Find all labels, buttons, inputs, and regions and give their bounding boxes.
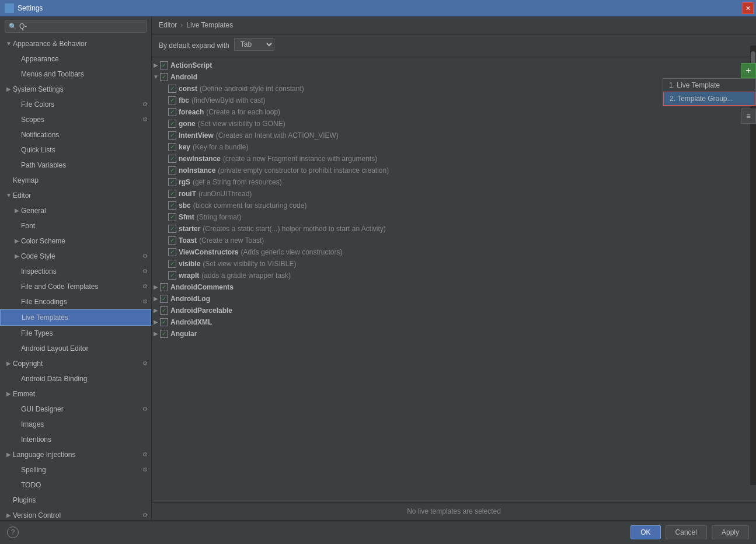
tpl-item-viewconstructors[interactable]: ViewConstructors (Adds generic view cons…: [152, 246, 741, 258]
tpl-checkbox[interactable]: [160, 61, 168, 69]
tpl-checkbox[interactable]: [160, 318, 168, 326]
sidebar-item-file-types[interactable]: File Types: [0, 326, 151, 341]
sidebar-item-notifications[interactable]: Notifications: [0, 127, 151, 142]
apply-button[interactable]: Apply: [712, 525, 749, 539]
sidebar-item-appearance[interactable]: Appearance: [0, 51, 151, 67]
sidebar-item-inspections[interactable]: Inspections ⚙: [0, 264, 151, 279]
ok-button[interactable]: OK: [630, 525, 660, 539]
cancel-button[interactable]: Cancel: [666, 525, 707, 539]
expand-select[interactable]: Tab Enter Space: [234, 38, 274, 51]
search-box[interactable]: 🔍: [5, 20, 147, 33]
tpl-item-const[interactable]: const (Define android style int constant…: [152, 83, 741, 95]
tpl-item-noinstance[interactable]: noInstance (private empty constructor to…: [152, 165, 741, 176]
sidebar-item-menus-toolbars[interactable]: Menus and Toolbars: [0, 67, 151, 82]
sidebar-item-color-scheme[interactable]: Color Scheme: [0, 233, 151, 249]
tpl-item-rouit[interactable]: rouiT (runOnUIThread): [152, 188, 741, 200]
tpl-name: noInstance: [179, 165, 215, 176]
tpl-item-rgs[interactable]: rgS (get a String from resources): [152, 176, 741, 188]
sidebar-item-plugins[interactable]: Plugins: [0, 493, 151, 508]
tpl-checkbox[interactable]: [168, 166, 176, 175]
tpl-item-starter[interactable]: starter (Creates a static start(...) hel…: [152, 223, 741, 235]
tpl-item-foreach[interactable]: foreach (Create a for each loop): [152, 106, 741, 118]
sidebar-item-todo[interactable]: TODO: [0, 477, 151, 493]
tpl-group-androidcomments[interactable]: AndroidComments: [152, 281, 741, 293]
sidebar-item-keymap[interactable]: Keymap: [0, 173, 151, 188]
tpl-checkbox[interactable]: [160, 295, 168, 303]
tpl-checkbox[interactable]: [160, 283, 168, 291]
tpl-group-label: Android: [170, 72, 197, 82]
sidebar-item-editor[interactable]: Editor: [0, 188, 151, 203]
dropdown-item-template-group[interactable]: 2. Template Group...: [663, 92, 755, 106]
sidebar-label: System Settings: [13, 83, 149, 95]
close-button[interactable]: ✕: [742, 2, 754, 14]
tpl-name: key: [179, 142, 190, 152]
tpl-checkbox[interactable]: [160, 330, 168, 338]
sidebar-item-quick-lists[interactable]: Quick Lists: [0, 142, 151, 158]
sidebar-item-file-encodings[interactable]: File Encodings ⚙: [0, 294, 151, 309]
sidebar-item-android-layout-editor[interactable]: Android Layout Editor: [0, 341, 151, 356]
help-button[interactable]: ?: [7, 526, 19, 538]
tpl-checkbox[interactable]: [160, 306, 168, 315]
tpl-checkbox[interactable]: [168, 236, 176, 245]
tpl-group-androidxml[interactable]: AndroidXML: [152, 316, 741, 328]
no-selection-text: No live templates are selected: [152, 502, 756, 520]
sidebar-item-appearance-behavior[interactable]: Appearance & Behavior: [0, 36, 151, 51]
tpl-checkbox[interactable]: [168, 120, 176, 128]
tpl-checkbox[interactable]: [168, 201, 176, 210]
sidebar-item-intentions[interactable]: Intentions: [0, 432, 151, 447]
tpl-checkbox[interactable]: [168, 271, 176, 280]
tpl-checkbox[interactable]: [168, 225, 176, 233]
sidebar-item-language-injections[interactable]: Language Injections ⚙: [0, 447, 151, 462]
tpl-item-sfmt[interactable]: Sfmt (String format): [152, 211, 741, 223]
tpl-group-angular[interactable]: Angular: [152, 328, 741, 340]
sidebar-item-font[interactable]: Font: [0, 218, 151, 233]
sidebar-item-version-control[interactable]: Version Control ⚙: [0, 508, 151, 520]
tpl-checkbox[interactable]: [168, 155, 176, 163]
tpl-group-androidlog[interactable]: AndroidLog: [152, 293, 741, 305]
tpl-group-actionscript[interactable]: ActionScript: [152, 60, 741, 71]
sidebar-item-scopes[interactable]: Scopes ⚙: [0, 112, 151, 127]
tpl-checkbox[interactable]: [168, 213, 176, 221]
sidebar-item-file-colors[interactable]: File Colors ⚙: [0, 97, 151, 112]
tpl-checkbox[interactable]: [160, 73, 168, 81]
tpl-item-toast[interactable]: Toast (Create a new Toast): [152, 235, 741, 246]
tpl-item-key[interactable]: key (Key for a bundle): [152, 141, 741, 153]
tpl-checkbox[interactable]: [168, 143, 176, 151]
sidebar-item-spelling[interactable]: Spelling ⚙: [0, 462, 151, 477]
search-input[interactable]: [19, 22, 142, 30]
tpl-checkbox[interactable]: [168, 260, 176, 268]
sidebar-item-images[interactable]: Images: [0, 417, 151, 432]
sidebar-item-system-settings[interactable]: System Settings: [0, 82, 151, 97]
tpl-checkbox[interactable]: [168, 96, 176, 104]
tpl-group-android[interactable]: Android: [152, 71, 741, 83]
tpl-checkbox[interactable]: [168, 85, 176, 93]
tpl-checkbox[interactable]: [168, 131, 176, 140]
tpl-checkbox[interactable]: [168, 108, 176, 116]
tpl-item-intentview[interactable]: IntentView (Creates an Intent with ACTIO…: [152, 130, 741, 141]
sidebar-item-code-style[interactable]: Code Style ⚙: [0, 249, 151, 264]
copy-button[interactable]: ≡: [741, 109, 756, 124]
tpl-item-gone[interactable]: gone (Set view visibility to GONE): [152, 118, 741, 130]
sidebar-item-copyright[interactable]: Copyright ⚙: [0, 356, 151, 371]
tpl-item-wraplt[interactable]: wrapIt (adds a gradle wrapper task): [152, 270, 741, 281]
tpl-group-androidparcelable[interactable]: AndroidParcelable: [152, 305, 741, 316]
tpl-group-label: AndroidComments: [170, 282, 234, 292]
sidebar-item-android-data-binding[interactable]: Android Data Binding: [0, 371, 151, 386]
sidebar-item-gui-designer[interactable]: GUI Designer ⚙: [0, 402, 151, 417]
sidebar-item-emmet[interactable]: Emmet: [0, 386, 151, 402]
add-button[interactable]: +: [741, 63, 756, 78]
tpl-item-newinstance[interactable]: newInstance (create a new Fragment insta…: [152, 153, 741, 165]
sidebar-item-general[interactable]: General: [0, 203, 151, 218]
tpl-item-visible[interactable]: visible (Set view visibility to VISIBLE): [152, 258, 741, 270]
dropdown-item-live-template[interactable]: 1. Live Template: [663, 79, 755, 92]
sidebar-item-path-variables[interactable]: Path Variables: [0, 158, 151, 173]
tpl-checkbox[interactable]: [168, 178, 176, 186]
sidebar-item-live-templates[interactable]: Live Templates: [0, 309, 151, 326]
sidebar-label: Live Templates: [22, 312, 148, 323]
tpl-expand-arrow: [152, 72, 160, 82]
tpl-item-sbc[interactable]: sbc (block comment for structuring code): [152, 200, 741, 211]
tpl-checkbox[interactable]: [168, 190, 176, 198]
sidebar-item-file-code-templates[interactable]: File and Code Templates ⚙: [0, 279, 151, 294]
tpl-item-fbc[interactable]: fbc (findViewByld with cast): [152, 95, 741, 106]
tpl-checkbox[interactable]: [168, 248, 176, 256]
